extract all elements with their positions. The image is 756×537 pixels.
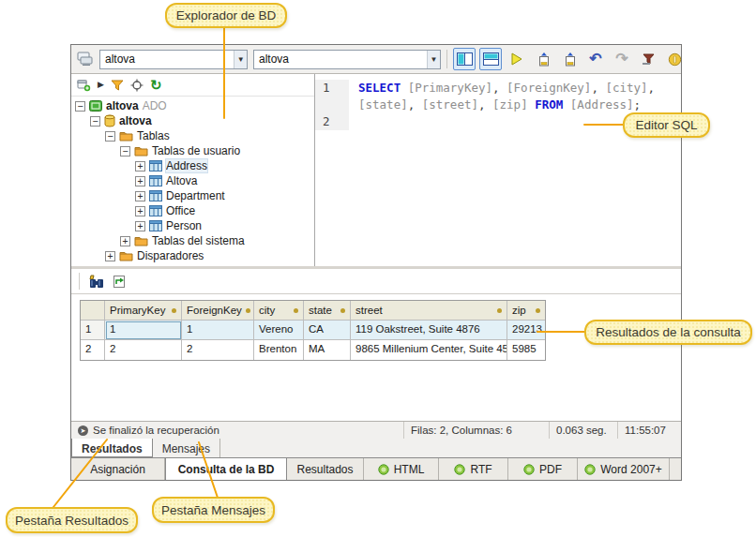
table-cell[interactable]: 119 Oakstreet, Suite 4876 [351,321,507,340]
tab-word-preview[interactable]: Word 2007+ [578,458,670,480]
table-cell[interactable]: 29213 [507,321,545,340]
main-split: ▶ ↻ − altova [71,74,681,266]
tree-item-user-tables[interactable]: − Tablas de usuario [71,143,314,158]
column-header[interactable]: city [254,301,304,321]
table-cell[interactable]: 9865 Millenium Center, Suite 456 [351,340,507,360]
table-cell[interactable]: 2 [105,340,182,360]
table-cell[interactable]: 1 [105,321,182,340]
collapse-icon[interactable]: − [90,116,100,127]
tree-item-label: altova [119,114,152,127]
query-options-icon[interactable] [637,48,659,70]
tab-mensajes[interactable]: Mensajes [153,439,220,457]
ado-connection-icon [89,100,102,112]
database-combobox-value[interactable] [254,51,427,68]
output-preview-icon [523,464,535,475]
layout-horizontal-split-button[interactable] [479,48,502,70]
layout-options-icon[interactable] [77,79,91,92]
tab-rtf-preview[interactable]: RTF [439,458,508,480]
commit-icon[interactable] [558,48,581,70]
export-icon[interactable] [113,275,127,289]
redo-icon[interactable]: ↷ [611,48,633,70]
expand-icon[interactable]: + [105,251,115,261]
table-cell[interactable]: CA [304,321,351,340]
table-cell[interactable]: Brenton [254,340,304,360]
undo-icon[interactable]: ↶ [584,48,607,70]
column-header[interactable]: state [304,301,351,321]
expand-icon[interactable]: + [135,206,145,216]
view-tab-bar: Asignación Consulta de la BD Resultados … [71,457,681,480]
table-cell[interactable]: Vereno [254,321,304,340]
table-row: 2 2 2 Brenton MA 9865 Millenium Center, … [81,340,545,360]
sql-code-line[interactable] [349,113,358,130]
database-icon [104,114,115,127]
toolbar-separator [446,50,447,68]
column-key-icon [246,308,250,313]
filter-icon[interactable] [111,80,124,91]
tab-asignacion[interactable]: Asignación [71,458,165,480]
row-number[interactable]: 1 [81,321,105,340]
column-key-icon [497,308,502,313]
column-header[interactable]: zip [507,301,545,321]
sql-code-line[interactable]: SELECT [PrimaryKey], [ForeignKey], [city… [349,80,655,97]
connection-combobox[interactable]: ▼ [99,50,248,69]
table-cell[interactable]: 1 [182,321,254,340]
tree-item-table-address[interactable]: + Address [71,158,314,173]
folder-icon [134,235,148,246]
row-number[interactable]: 2 [81,340,105,360]
db-query-window: ▼ ▼ ↶ ↷ [70,44,682,481]
column-header[interactable]: PrimaryKey [105,301,182,321]
tree-item-label: Disparadores [137,249,204,262]
chevron-down-icon[interactable]: ▼ [427,51,440,68]
tab-consulta-de-la-bd[interactable]: Consulta de la BD [165,458,287,480]
tree-item-system-tables[interactable]: + Tablas del sistema [71,233,314,248]
tab-resultados[interactable]: Resultados [71,439,153,457]
tab-resultados-view[interactable]: Resultados [287,458,364,480]
status-bar: ➤ Se finalizó la recuperación Filas: 2, … [71,421,681,439]
column-key-icon [172,308,176,313]
execute-for-editing-icon[interactable] [532,48,554,70]
find-icon[interactable] [89,275,105,289]
tree-item-table-person[interactable]: + Person [71,218,314,233]
expand-icon[interactable]: + [135,161,145,172]
tab-html-preview[interactable]: HTML [364,458,439,480]
sql-code-line[interactable]: [state], [street], [zip] FROM [Address]; [349,97,641,113]
column-key-icon [294,308,298,313]
tree-item-label: Department [166,189,225,202]
status-message: ➤ Se finalizó la recuperación [71,422,404,439]
collapse-icon[interactable]: − [75,101,85,112]
collapse-icon[interactable]: − [105,131,115,142]
expand-icon[interactable]: + [120,236,130,246]
dropdown-arrow-icon[interactable]: ▶ [98,81,104,89]
expand-icon[interactable]: + [135,221,145,231]
refresh-icon[interactable]: ↻ [150,78,162,92]
tree-item-table-department[interactable]: + Department [71,188,314,203]
expand-icon[interactable]: + [135,191,145,201]
table-cell[interactable]: 5985 [507,340,545,360]
column-header[interactable]: ForeignKey [182,301,254,321]
collapse-icon[interactable]: − [120,146,130,157]
chevron-down-icon[interactable]: ▼ [234,51,247,68]
callout-db-explorer: Explorador de BD [165,3,287,28]
sql-editor[interactable]: 1 SELECT [PrimaryKey], [ForeignKey], [ci… [315,74,681,266]
tree-item-triggers[interactable]: + Disparadores [71,248,314,263]
table-row: 1 1 1 Vereno CA 119 Oakstreet, Suite 487… [81,321,545,340]
table-cell[interactable]: 2 [182,340,254,360]
tree-item-table-altova[interactable]: + Altova [71,173,314,188]
database-combobox[interactable]: ▼ [253,50,441,69]
stop-retrieval-icon[interactable] [663,48,686,70]
layout-vertical-split-button[interactable] [453,48,476,70]
execute-query-icon[interactable] [506,48,528,70]
locate-object-icon[interactable] [130,79,144,92]
tree-item-connection[interactable]: − altova ADO [71,98,314,113]
line-number: 2 [315,113,349,130]
table-cell[interactable]: MA [304,340,351,360]
tab-bar-filler [670,458,681,480]
expand-icon[interactable]: + [135,176,145,186]
tree-item-table-office[interactable]: + Office [71,203,314,218]
tree-item-database[interactable]: − altova [71,113,314,128]
status-rows-columns: Filas: 2, Columnas: 6 [404,422,550,439]
column-header[interactable]: street [351,301,507,321]
connection-combobox-value[interactable] [100,51,234,68]
tree-item-tables[interactable]: − Tablas [71,128,314,143]
tab-pdf-preview[interactable]: PDF [508,458,578,480]
